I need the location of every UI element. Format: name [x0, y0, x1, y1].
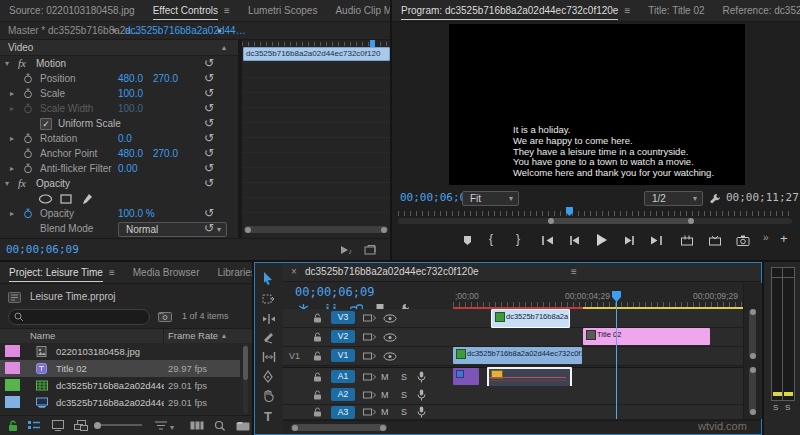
sync-lock-icon[interactable]	[363, 372, 376, 382]
solo-button[interactable]: S	[401, 386, 407, 404]
panel-menu-icon[interactable]: ≡	[571, 263, 577, 281]
track-output-eye-icon[interactable]	[383, 352, 397, 361]
track-select-tool-icon[interactable]	[262, 293, 276, 305]
label-swatch[interactable]	[5, 379, 20, 391]
panel-menu-icon[interactable]: ≡	[624, 5, 630, 16]
fit-dropdown[interactable]: Fit▾	[462, 191, 519, 206]
anchor-x-value[interactable]: 480.0	[118, 146, 143, 161]
ec-mini-timeline[interactable]: dc3525b716b8a2a02d44ec732c0f120	[242, 40, 390, 238]
ec-h-scrollbar[interactable]	[244, 226, 388, 233]
next-clip-icon[interactable]: ▸	[218, 22, 222, 39]
antiflicker-value[interactable]: 0.00	[118, 161, 137, 176]
solo-left-button[interactable]: S	[773, 403, 778, 412]
tab-audio-clip-mixer[interactable]: Audio Clip Mixer: dc	[326, 0, 390, 21]
solo-button[interactable]: S	[401, 405, 407, 419]
list-view-icon[interactable]	[28, 421, 40, 431]
voiceover-mic-icon[interactable]	[417, 371, 426, 383]
pen-mask-icon[interactable]	[82, 193, 93, 204]
track-badge-a1[interactable]: A1	[331, 370, 355, 383]
uniform-scale-checkbox[interactable]: ✓	[40, 118, 52, 130]
play-audio-icon[interactable]: ♪	[340, 245, 354, 255]
project-list-scrollbar[interactable]	[243, 344, 248, 414]
opacity-value[interactable]: 100.0 %	[118, 206, 155, 221]
sort-asc-icon[interactable]: ▴	[222, 329, 226, 343]
track-badge-v3[interactable]: V3	[331, 311, 355, 324]
track-output-eye-icon[interactable]	[383, 314, 397, 323]
position-x-value[interactable]: 480.0	[118, 71, 143, 86]
ripple-edit-tool-icon[interactable]	[262, 313, 276, 325]
ellipse-mask-icon[interactable]	[38, 194, 53, 204]
tab-libraries[interactable]: Libraries	[208, 262, 252, 283]
sequence-tab[interactable]: dc3525b716b8a2a02d44ec732c0f120e	[305, 263, 479, 281]
stopwatch-icon[interactable]	[23, 88, 33, 99]
reset-opacity-effect-icon[interactable]: ↺	[204, 176, 214, 191]
program-video-frame[interactable]: It is a holiday. We are happy to come he…	[449, 24, 745, 185]
go-to-out-icon[interactable]	[649, 235, 663, 246]
clip-title-02[interactable]: Title 02	[583, 328, 710, 345]
automate-sequence-icon[interactable]	[190, 420, 204, 431]
panel-menu-icon[interactable]: ≡	[224, 5, 230, 16]
anchor-y-value[interactable]: 270.0	[153, 146, 178, 161]
track-badge-v2[interactable]: V2	[331, 330, 355, 343]
tab-lumetri-scopes[interactable]: Lumetri Scopes	[239, 0, 326, 21]
timeline-timecode[interactable]: 00;00;06;09	[295, 285, 374, 299]
clip-audio-purple[interactable]	[453, 368, 479, 385]
column-frame-rate[interactable]: Frame Rate	[168, 329, 218, 343]
comparison-view-icon[interactable]	[364, 245, 376, 255]
ec-playhead[interactable]	[370, 40, 375, 47]
solo-button[interactable]: S	[401, 368, 407, 386]
sort-options-icon[interactable]	[155, 421, 167, 430]
reset-scale-icon[interactable]: ↺	[204, 86, 214, 101]
audio-meter-bars[interactable]	[771, 267, 795, 401]
project-item-row[interactable]: dc3525b716b8a2a02d44ec7 29.01 fps	[0, 394, 240, 411]
track-lock-icon[interactable]	[313, 372, 322, 382]
audio-tracks-scrollbar[interactable]	[749, 367, 756, 415]
export-frame-icon[interactable]	[736, 235, 750, 246]
rect-mask-icon[interactable]	[60, 194, 72, 204]
tab-reference[interactable]: Reference: dc3525b716b8a2a	[714, 0, 800, 21]
sync-lock-icon[interactable]	[363, 332, 376, 342]
collapse-icon[interactable]: ▴	[222, 40, 226, 55]
reset-antiflicker-icon[interactable]: ↺	[204, 161, 214, 176]
step-back-icon[interactable]	[569, 235, 581, 246]
source-patch-v1[interactable]: V1	[289, 347, 300, 365]
expand-icon[interactable]: ▸	[10, 161, 14, 176]
expand-icon[interactable]: ▸	[10, 206, 14, 221]
project-file-row[interactable]: Leisure Time.prproj	[0, 288, 252, 306]
go-to-in-icon[interactable]	[541, 235, 555, 246]
stopwatch-icon[interactable]	[23, 133, 33, 144]
timeline-ruler[interactable]: ;00;00 00;00;04;29 00;00;09;29	[453, 283, 743, 307]
hand-tool-icon[interactable]	[262, 389, 275, 402]
expand-icon[interactable]: ▸	[10, 131, 14, 146]
selection-tool-icon[interactable]	[262, 271, 275, 285]
rotation-value[interactable]: 0.0	[118, 131, 132, 146]
tab-program[interactable]: Program: dc3525b716b8a2a02d44ec732c0f120…	[392, 0, 639, 21]
voiceover-mic-icon[interactable]	[417, 389, 426, 401]
extract-icon[interactable]	[708, 235, 722, 246]
ec-timecode[interactable]: 00;00;06;09	[6, 239, 79, 260]
column-name[interactable]: Name	[30, 329, 55, 343]
search-bin-icon[interactable]	[158, 310, 172, 322]
track-lock-icon[interactable]	[313, 313, 322, 323]
program-scrollbar[interactable]	[398, 218, 792, 224]
play-button-icon[interactable]	[595, 233, 608, 247]
tab-effect-controls[interactable]: Effect Controls≡	[144, 0, 239, 21]
sync-lock-icon[interactable]	[363, 390, 376, 400]
program-ruler[interactable]	[398, 207, 792, 216]
voiceover-mic-icon[interactable]	[417, 406, 426, 418]
video-section-header[interactable]: Video ▴	[0, 40, 238, 56]
sync-lock-icon[interactable]	[363, 313, 376, 323]
reset-motion-icon[interactable]: ↺	[204, 56, 214, 71]
tab-source-monitor[interactable]: Source: 0220103180458.jpg	[0, 0, 144, 21]
reset-uniform-scale-icon[interactable]: ↺	[204, 116, 214, 131]
project-item-row[interactable]: 0220103180458.jpg	[0, 343, 240, 360]
mute-button[interactable]: M	[381, 405, 389, 419]
solo-right-button[interactable]: S	[785, 403, 790, 412]
reset-opacity-icon[interactable]: ↺	[204, 206, 214, 221]
sync-lock-icon[interactable]	[363, 407, 376, 417]
close-sequence-icon[interactable]: ×	[291, 263, 297, 281]
reset-blend-icon[interactable]: ↺	[204, 221, 214, 236]
track-badge-v1[interactable]: V1	[331, 349, 355, 362]
mark-in-icon[interactable]: {	[489, 232, 493, 246]
stopwatch-icon[interactable]	[23, 208, 33, 219]
